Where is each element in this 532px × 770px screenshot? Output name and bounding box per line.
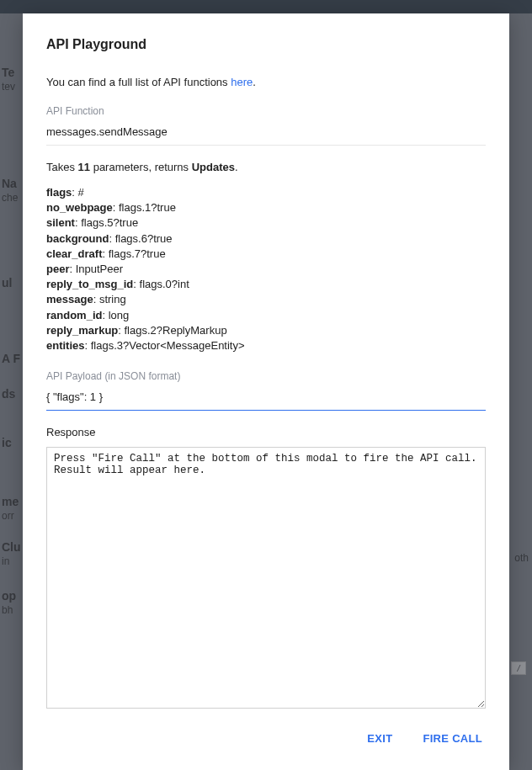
signature-tail: .: [235, 161, 238, 173]
param-name: clear_draft: [46, 247, 102, 260]
param-row: random_id: long: [46, 308, 486, 323]
param-row: background: flags.6?true: [46, 231, 486, 247]
api-payload-label: API Payload (in JSON format): [46, 370, 486, 382]
param-type: : flags.6?true: [109, 232, 172, 245]
param-row: message: string: [46, 292, 486, 307]
param-row: reply_markup: flags.2?ReplyMarkup: [46, 323, 486, 338]
param-name: reply_to_msg_id: [46, 278, 133, 290]
intro-text: You can find a full list of API function…: [46, 76, 486, 88]
param-name: silent: [46, 216, 75, 229]
response-textarea[interactable]: [46, 447, 486, 709]
response-label: Response: [46, 426, 486, 438]
takes-label: Takes: [46, 161, 78, 173]
params-list: flags: #no_webpage: flags.1?truesilent: …: [46, 185, 486, 353]
param-type: : string: [93, 293, 126, 305]
param-type: : #: [72, 186, 83, 199]
param-type: : flags.2?ReplyMarkup: [118, 324, 226, 337]
modal-title: API Playground: [46, 37, 486, 52]
exit-button[interactable]: EXIT: [364, 727, 396, 750]
param-count: 11: [78, 161, 90, 173]
param-type: : flags.1?true: [113, 201, 176, 214]
param-row: reply_to_msg_id: flags.0?int: [46, 277, 486, 292]
param-name: random_id: [46, 309, 102, 321]
intro-suffix: .: [253, 76, 256, 88]
param-row: flags: #: [46, 185, 486, 200]
param-row: peer: InputPeer: [46, 262, 486, 277]
param-type: : flags.5?true: [75, 216, 138, 229]
param-type: : long: [102, 309, 129, 321]
param-name: reply_markup: [46, 324, 118, 337]
return-type: Updates: [192, 161, 235, 173]
api-function-label: API Function: [46, 105, 486, 117]
params-label: parameters, returns: [90, 161, 192, 173]
param-name: background: [46, 232, 109, 245]
api-docs-link[interactable]: here: [231, 76, 253, 88]
param-type: : InputPeer: [69, 263, 123, 275]
param-type: : flags.7?true: [102, 247, 165, 260]
param-row: entities: flags.3?Vector<MessageEntity>: [46, 338, 486, 353]
param-name: flags: [46, 186, 72, 199]
param-row: silent: flags.5?true: [46, 215, 486, 231]
modal-footer: EXIT FIRE CALL: [46, 709, 486, 750]
param-type: : flags.3?Vector<MessageEntity>: [85, 339, 245, 352]
param-name: entities: [46, 339, 85, 352]
param-row: clear_draft: flags.7?true: [46, 247, 486, 262]
api-playground-modal: API Playground You can find a full list …: [23, 13, 509, 770]
param-row: no_webpage: flags.1?true: [46, 200, 486, 215]
fire-call-button[interactable]: FIRE CALL: [419, 727, 486, 750]
param-name: peer: [46, 263, 69, 275]
param-type: : flags.0?int: [133, 278, 189, 290]
param-name: message: [46, 293, 93, 305]
intro-prefix: You can find a full list of API function…: [46, 76, 231, 88]
api-function-input[interactable]: [46, 122, 486, 146]
api-payload-input[interactable]: [46, 387, 486, 411]
param-name: no_webpage: [46, 201, 113, 214]
function-signature: Takes 11 parameters, returns Updates.: [46, 161, 486, 173]
